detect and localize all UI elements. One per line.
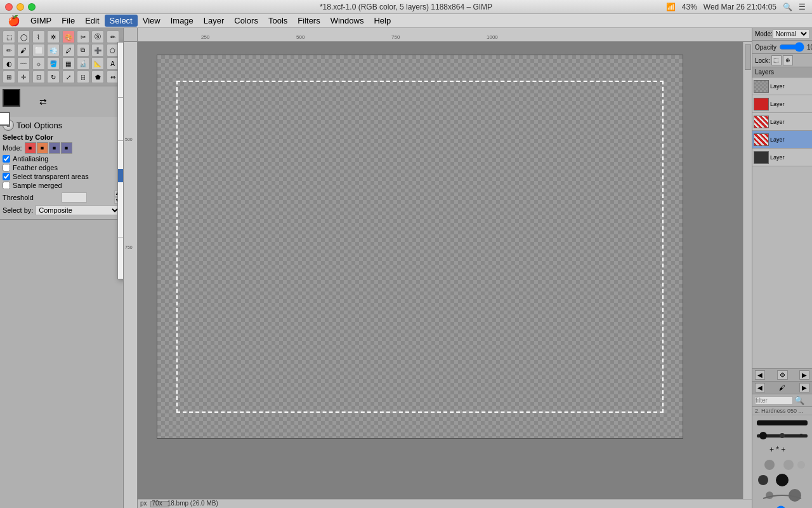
statusbar: px 70x 18.bmp (26.0 MB) xyxy=(138,498,743,508)
mode-select[interactable]: Normal Multiply Screen Overlay xyxy=(773,29,809,39)
menu-icon[interactable]: ☰ xyxy=(799,3,806,11)
layer-item-1[interactable]: Layer xyxy=(752,149,812,166)
spacing-slider[interactable] xyxy=(774,505,799,508)
brushes-prev[interactable]: ◀ xyxy=(755,383,765,392)
tool-ink[interactable]: 🖊 xyxy=(62,44,75,57)
menu-item-float[interactable]: Float xyxy=(118,83,124,96)
brushes-next[interactable]: ▶ xyxy=(799,383,809,392)
menu-windows[interactable]: Windows xyxy=(325,15,369,27)
tool-bucket-fill[interactable]: 🪣 xyxy=(47,57,60,70)
opacity-slider[interactable] xyxy=(779,42,804,52)
tool-alignment[interactable]: ⊞ xyxy=(3,70,15,83)
menu-tools[interactable]: Tools xyxy=(263,15,292,27)
threshold-input[interactable]: 15.0 xyxy=(62,192,87,203)
tool-blur[interactable]: ◐ xyxy=(3,57,15,70)
foreground-color[interactable] xyxy=(3,89,20,107)
canvas-area[interactable] xyxy=(157,55,683,439)
tool-pencil[interactable]: ✏ xyxy=(3,44,15,57)
menu-image[interactable]: Image xyxy=(166,15,199,27)
canvas-background[interactable] xyxy=(157,55,683,439)
vscroll-thumb[interactable] xyxy=(745,44,751,70)
menu-item-feather[interactable]: Feather... xyxy=(118,142,124,156)
search-icon[interactable]: 🔍 xyxy=(783,3,792,11)
canvas-workspace[interactable] xyxy=(138,42,752,498)
background-color[interactable] xyxy=(0,112,10,126)
tool-perspective[interactable]: ⬟ xyxy=(91,70,104,83)
lock-position[interactable]: ⊕ xyxy=(783,55,793,65)
layer-item-2[interactable]: Layer xyxy=(752,131,812,149)
menu-item-from-path[interactable]: From Path xyxy=(118,112,124,126)
tool-smudge[interactable]: 〰 xyxy=(17,57,30,70)
mode-add[interactable]: ■ xyxy=(37,142,48,154)
vertical-scrollbar[interactable] xyxy=(743,42,752,499)
apple-menu[interactable]: 🍎 xyxy=(3,15,25,27)
menu-item-to-path[interactable]: To Path xyxy=(118,265,124,279)
nav-next[interactable]: ▶ xyxy=(799,370,809,380)
menu-item-sharpen[interactable]: Sharpen xyxy=(118,156,124,169)
menu-item-selection-editor[interactable]: Selection Editor xyxy=(118,126,124,139)
menu-item-save-to-channel[interactable]: Save to Channel xyxy=(118,252,124,265)
menu-item-shrink[interactable]: Shrink... xyxy=(118,169,124,182)
layer-item-4[interactable]: Layer xyxy=(752,95,812,113)
antialiasing-checkbox[interactable] xyxy=(3,155,10,163)
tool-dodge-burn[interactable]: ☼ xyxy=(32,57,45,70)
tool-rect-select[interactable]: ⬚ xyxy=(3,30,15,43)
menu-file[interactable]: File xyxy=(56,15,80,27)
tool-paintbrush[interactable]: 🖌 xyxy=(17,44,30,57)
swap-colors[interactable]: ⇄ xyxy=(39,97,47,107)
tool-rotate[interactable]: ↻ xyxy=(47,70,60,83)
tool-paths[interactable]: ✏ xyxy=(107,30,119,43)
menu-item-by-color[interactable]: By Color xyxy=(118,99,124,112)
tool-fuzzy-select[interactable]: ✲ xyxy=(47,30,60,43)
menu-item-border[interactable]: Border... xyxy=(118,196,124,209)
filter-input[interactable] xyxy=(755,396,793,404)
tool-by-color[interactable]: 🎨 xyxy=(62,30,75,43)
menu-item-none[interactable]: None xyxy=(118,56,124,69)
tool-ellipse-select[interactable]: ◯ xyxy=(17,30,30,43)
feather-edges-checkbox[interactable] xyxy=(3,164,10,171)
tool-crop[interactable]: ⊡ xyxy=(32,70,45,83)
sample-merged-checkbox[interactable] xyxy=(3,182,10,189)
close-button[interactable] xyxy=(5,3,13,11)
lock-pixels[interactable]: ⬚ xyxy=(771,55,782,65)
tool-scale[interactable]: ⤢ xyxy=(62,70,75,83)
maximize-button[interactable] xyxy=(28,3,36,11)
mode-subtract[interactable]: ■ xyxy=(49,142,60,154)
nav-config[interactable]: ⚙ xyxy=(777,370,788,380)
nav-prev[interactable]: ◀ xyxy=(755,370,765,380)
tool-foreground-select[interactable]: Ⓢ xyxy=(91,30,104,43)
menu-item-invert[interactable]: Invert xyxy=(118,69,124,83)
tool-shear[interactable]: ⌸ xyxy=(77,70,89,83)
menu-item-grow[interactable]: Grow... xyxy=(118,182,124,196)
tool-airbrush[interactable]: 💨 xyxy=(47,44,60,57)
tool-measure[interactable]: 📐 xyxy=(91,57,104,70)
tool-color-picker[interactable]: 🔬 xyxy=(77,57,89,70)
tool-lasso[interactable]: ⌇ xyxy=(32,30,45,43)
layer-item-5[interactable]: Layer xyxy=(752,77,812,95)
menu-view[interactable]: View xyxy=(138,15,166,27)
mode-intersect[interactable]: ■ xyxy=(61,142,72,154)
menu-item-distort[interactable]: Distort... xyxy=(118,209,124,222)
menu-select[interactable]: Select xyxy=(105,15,138,27)
menu-layer[interactable]: Layer xyxy=(199,15,230,27)
menu-item-rounded-rect[interactable]: Rounded Rectangle... xyxy=(118,222,124,236)
tool-clone[interactable]: ⧉ xyxy=(77,44,89,57)
menu-item-all[interactable]: All xyxy=(118,43,124,56)
select-transparent-checkbox[interactable] xyxy=(3,173,10,180)
menu-item-toggle-quick-mask[interactable]: Toggle Quick Mask xyxy=(118,239,124,252)
tool-eraser[interactable]: ⬜ xyxy=(32,44,45,57)
mode-replace[interactable]: ■ xyxy=(25,142,36,154)
menu-colors[interactable]: Colors xyxy=(229,15,263,27)
tool-heal[interactable]: ➕ xyxy=(91,44,104,57)
layer-item-3[interactable]: Layer xyxy=(752,113,812,131)
tool-blend[interactable]: ▦ xyxy=(62,57,75,70)
menu-gimp[interactable]: GIMP xyxy=(25,15,56,27)
select-by-combo[interactable]: Composite Red Green Blue Alpha xyxy=(36,205,121,215)
menu-edit[interactable]: Edit xyxy=(80,15,104,27)
tool-move[interactable]: ✛ xyxy=(17,70,30,83)
menu-help[interactable]: Help xyxy=(369,15,396,27)
menu-filters[interactable]: Filters xyxy=(292,15,325,27)
tool-scissors[interactable]: ✂ xyxy=(77,30,89,43)
layer-name-1: Layer xyxy=(770,154,785,161)
minimize-button[interactable] xyxy=(16,3,24,11)
